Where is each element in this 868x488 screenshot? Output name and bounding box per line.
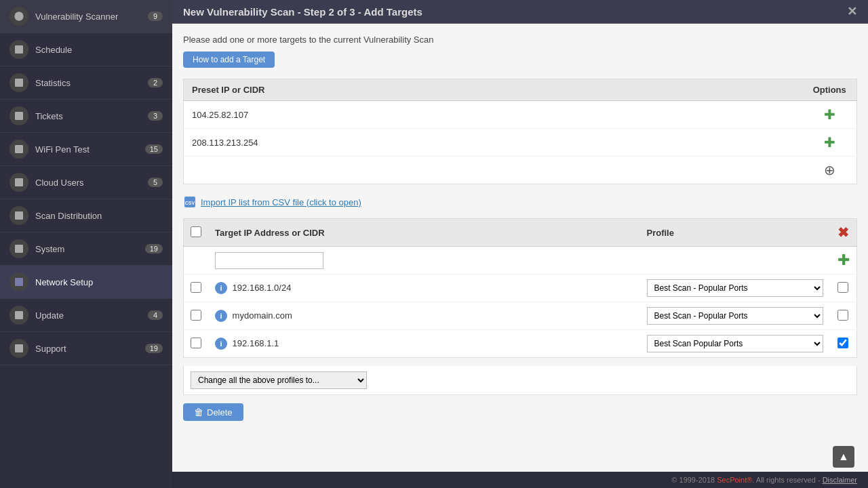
sidebar-item-scan-distribution[interactable]: Scan Distribution: [0, 199, 172, 232]
info-icon-3[interactable]: i: [215, 338, 227, 350]
import-link[interactable]: CSV Import IP list from CSV file (click …: [183, 195, 857, 209]
delete-btn-label: Delete: [207, 407, 233, 418]
new-target-input[interactable]: [215, 252, 323, 269]
add-target-btn-1[interactable]: ✚: [824, 106, 835, 123]
sidebar-label-update: Update: [35, 310, 148, 321]
profile-select-1[interactable]: Best Scan - Popular Ports: [647, 279, 823, 297]
svg-rect-1: [15, 45, 23, 54]
row-del-checkbox-2[interactable]: [837, 310, 848, 321]
disclaimer-link[interactable]: Disclaimer: [823, 476, 857, 484]
table-row: i 192.168.1.1 Best Scan Popular Ports: [184, 330, 857, 358]
sidebar-badge-wifi-pen-test: 15: [145, 144, 163, 154]
profile-select-3[interactable]: Best Scan Popular Ports: [647, 335, 823, 352]
sidebar-label-schedule: Schedule: [35, 45, 163, 55]
target-ip-2: i mydomain.com: [208, 302, 640, 330]
sidebar-item-tickets[interactable]: Tickets 3: [0, 100, 172, 133]
vulnerability-scanner-icon: [9, 7, 28, 26]
table-row: ⊕: [184, 157, 857, 184]
system-icon: [9, 239, 28, 258]
table-row: 208.113.213.254 ✚: [184, 129, 857, 157]
support-icon: [9, 339, 28, 358]
wifi-pen-test-icon: [9, 140, 28, 159]
add-target-btn-3[interactable]: ⊕: [824, 163, 835, 178]
close-button[interactable]: ✕: [847, 4, 857, 19]
sidebar-label-vulnerability-scanner: Vulnerability Scanner: [35, 12, 148, 22]
table-row: i mydomain.com Best Scan - Popular Ports: [184, 302, 857, 330]
change-all-row: Change all the above profiles to...: [183, 366, 857, 395]
delete-icon: 🗑: [194, 407, 203, 418]
sidebar-item-cloud-users[interactable]: Cloud Users 5: [0, 166, 172, 199]
sidebar-label-system: System: [35, 244, 145, 254]
scan-distribution-icon: [9, 206, 28, 225]
sidebar-label-network-setup: Network Setup: [35, 277, 163, 287]
sidebar-item-schedule[interactable]: Schedule: [0, 33, 172, 66]
delete-section: 🗑 Delete: [183, 403, 857, 421]
sidebar-item-network-setup[interactable]: Network Setup: [0, 266, 172, 299]
sidebar-item-statistics[interactable]: Statistics 2: [0, 66, 172, 100]
svg-rect-9: [15, 311, 23, 319]
svg-point-0: [14, 12, 23, 20]
preset-col-options: Options: [803, 79, 857, 101]
profile-select-2[interactable]: Best Scan - Popular Ports: [647, 307, 823, 325]
preset-table: Preset IP or CIDR Options 104.25.82.107 …: [183, 79, 857, 184]
sidebar-label-statistics: Statistics: [35, 78, 148, 88]
how-to-button[interactable]: How to add a Target: [183, 52, 275, 68]
add-target-btn-2[interactable]: ✚: [824, 134, 835, 150]
row-del-checkbox-3[interactable]: [837, 338, 848, 348]
svg-rect-4: [15, 145, 23, 153]
row-checkbox-2[interactable]: [191, 310, 201, 321]
delete-button[interactable]: 🗑 Delete: [183, 403, 243, 421]
preset-col-ip: Preset IP or CIDR: [184, 79, 803, 101]
csv-icon: CSV: [183, 195, 197, 209]
sidebar-badge-support: 19: [145, 344, 163, 353]
update-icon: [9, 306, 28, 325]
sidebar-label-scan-distribution: Scan Distribution: [35, 211, 163, 221]
sidebar-badge-vulnerability-scanner: 9: [148, 12, 163, 21]
main-content: New Vulnerability Scan - Step 2 of 3 - A…: [172, 0, 868, 488]
delete-all-button[interactable]: ✖: [837, 225, 849, 240]
import-link-text: Import IP list from CSV file (click to o…: [201, 197, 361, 207]
sidebar-item-wifi-pen-test[interactable]: WiFi Pen Test 15: [0, 133, 172, 166]
target-ip-3: i 192.168.1.1: [208, 330, 640, 358]
select-all-checkbox[interactable]: [191, 226, 201, 237]
table-row: i 192.168.1.0/24 Best Scan - Popular Por…: [184, 274, 857, 302]
page-header: New Vulnerability Scan - Step 2 of 3 - A…: [172, 0, 868, 24]
sidebar-item-system[interactable]: System 19: [0, 232, 172, 266]
sidebar-item-update[interactable]: Update 4: [0, 299, 172, 332]
sidebar-badge-update: 4: [148, 310, 163, 320]
row-checkbox-3[interactable]: [191, 338, 201, 348]
add-row-button[interactable]: ✚: [837, 251, 850, 268]
brand-name: SecPoint®: [717, 476, 752, 484]
tickets-icon: [9, 106, 28, 125]
info-icon-2[interactable]: i: [215, 310, 227, 322]
footer: © 1999-2018 SecPoint®. All rights reserv…: [172, 472, 868, 488]
scroll-top-button[interactable]: ▲: [833, 446, 854, 468]
svg-rect-6: [15, 211, 23, 220]
target-col-profile: Profile: [640, 219, 830, 247]
svg-text:CSV: CSV: [185, 201, 195, 205]
svg-rect-2: [15, 79, 23, 87]
statistics-icon: [9, 73, 28, 92]
change-all-select[interactable]: Change all the above profiles to...: [191, 371, 367, 389]
network-setup-icon: [9, 272, 28, 291]
sidebar-label-cloud-users: Cloud Users: [35, 178, 148, 188]
new-entry-row: ✚: [184, 247, 857, 274]
page-title: New Vulnerability Scan - Step 2 of 3 - A…: [183, 6, 422, 18]
sidebar-item-support[interactable]: Support 19: [0, 332, 172, 365]
target-table: Target IP Address or CIDR Profile ✖: [183, 218, 857, 358]
row-del-checkbox-1[interactable]: [837, 282, 848, 293]
sidebar-item-vulnerability-scanner[interactable]: Vulnerability Scanner 9: [0, 0, 172, 33]
info-icon-1[interactable]: i: [215, 282, 227, 294]
target-col-ip: Target IP Address or CIDR: [208, 219, 640, 247]
sidebar-label-support: Support: [35, 344, 145, 354]
cloud-users-icon: [9, 173, 28, 192]
sidebar-badge-statistics: 2: [148, 78, 163, 87]
preset-ip-1: 104.25.82.107: [184, 101, 803, 129]
table-row: 104.25.82.107 ✚: [184, 101, 857, 129]
sidebar-badge-system: 19: [145, 244, 163, 253]
sidebar-label-wifi-pen-test: WiFi Pen Test: [35, 144, 145, 155]
preset-ip-2: 208.113.213.254: [184, 129, 803, 157]
svg-rect-3: [15, 112, 23, 120]
row-checkbox-1[interactable]: [191, 282, 201, 293]
svg-rect-10: [15, 344, 23, 352]
